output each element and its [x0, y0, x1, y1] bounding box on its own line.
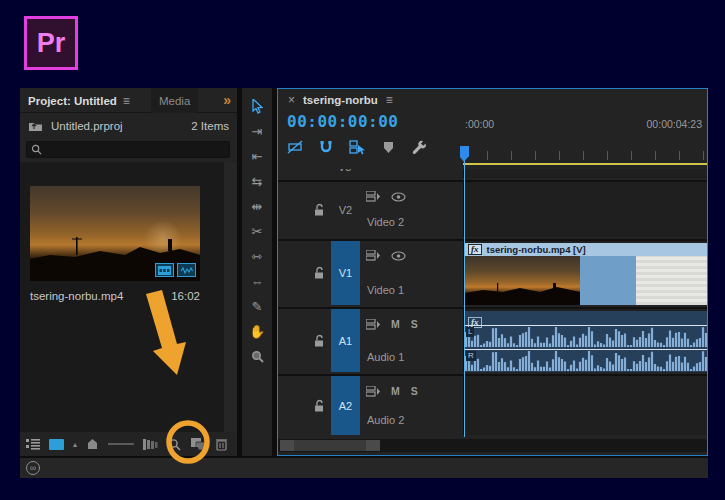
project-search-box[interactable]: [26, 141, 230, 158]
solo-track-button[interactable]: S: [411, 385, 418, 397]
fx-badge[interactable]: fx: [468, 244, 482, 255]
icon-view-button[interactable]: [49, 439, 64, 450]
project-breadcrumb-row: Untitled.prproj 2 Items: [20, 114, 237, 138]
track-lock-icon[interactable]: [314, 267, 325, 280]
track-v3-label: V3: [338, 169, 351, 173]
ripple-edit-tool[interactable]: ⇤: [248, 148, 266, 164]
timeline-display-settings-button[interactable]: [410, 139, 428, 155]
solo-track-button[interactable]: S: [411, 318, 418, 330]
slide-tool[interactable]: ⇔: [248, 273, 266, 289]
tab-project-untitled[interactable]: Project: Untitled ≡: [20, 88, 138, 113]
track-content-v3: [463, 169, 707, 178]
track-content-v1[interactable]: fx tsering-norbu.mp4 [V]: [463, 241, 707, 305]
track-row-v2: V2 Video 2: [278, 180, 707, 237]
track-head-v3: V3: [278, 169, 461, 178]
toggle-track-output-eye-icon[interactable]: [391, 192, 406, 202]
timeline-timecode[interactable]: 00:00:00:00: [287, 112, 398, 131]
linked-selection-toggle[interactable]: [348, 139, 366, 155]
add-marker-button[interactable]: [379, 139, 397, 155]
list-view-button[interactable]: [26, 438, 40, 450]
pen-icon: ✎: [252, 300, 263, 313]
source-patch-v1[interactable]: V1: [331, 241, 360, 305]
track-content-a2[interactable]: [463, 376, 707, 435]
scrollbar-thumb-right-cap[interactable]: [366, 440, 380, 451]
source-patch-v2[interactable]: V2: [331, 182, 360, 237]
mute-track-button[interactable]: M: [391, 385, 400, 397]
ruler-end-label: 00:00:04:23: [647, 118, 702, 130]
hand-tool[interactable]: ✋: [248, 323, 266, 339]
mute-track-button[interactable]: M: [391, 318, 400, 330]
track-name[interactable]: Video 2: [367, 216, 404, 228]
video-clip[interactable]: fx tsering-norbu.mp4 [V]: [465, 243, 707, 305]
timeline-scrollbar-thumb[interactable]: [280, 440, 380, 451]
slip-tool[interactable]: ⇿: [248, 248, 266, 264]
track-id-label: A2: [339, 400, 352, 412]
timeline-ruler[interactable]: [463, 151, 707, 160]
track-content-a1[interactable]: fx L R: [463, 309, 707, 372]
audio-clip[interactable]: fx L R: [465, 311, 707, 372]
premiere-pro-logo-text: Pr: [37, 28, 66, 59]
work-area-bar[interactable]: [463, 163, 707, 165]
track-content-v2[interactable]: [463, 182, 707, 237]
track-head-a2: A2 M S Audio 2: [278, 376, 461, 435]
delete-trash-button[interactable]: [215, 437, 228, 451]
close-tab-icon[interactable]: ×: [288, 93, 295, 107]
track-row-a1: A1 M S Audio 1 fx L: [278, 307, 707, 372]
timeline-panel-menu-icon[interactable]: ≡: [386, 93, 393, 107]
source-patch-a1[interactable]: A1: [331, 309, 360, 372]
panel-menu-icon[interactable]: ≡: [123, 94, 130, 108]
search-icon: [31, 144, 42, 155]
track-name[interactable]: Audio 1: [367, 351, 404, 363]
track-id-label: A1: [339, 335, 352, 347]
slide-icon: ⇔: [251, 275, 264, 288]
zoom-slider-handle[interactable]: [86, 438, 99, 450]
navigate-up-folder-icon[interactable]: [28, 120, 43, 132]
selection-tool[interactable]: [248, 98, 266, 114]
nest-sequences-toggle[interactable]: [286, 139, 304, 155]
filmstrip-frames-icon[interactable]: [143, 439, 159, 450]
rate-stretch-tool[interactable]: ⇹: [248, 198, 266, 214]
toggle-track-output-eye-icon[interactable]: [391, 251, 406, 261]
timeline-horizontal-scrollbar[interactable]: [278, 439, 707, 452]
video-clip-header: fx tsering-norbu.mp4 [V]: [465, 243, 707, 256]
timeline-toolbar: [286, 139, 428, 155]
playhead-handle[interactable]: [460, 146, 469, 157]
track-name[interactable]: Audio 2: [367, 414, 404, 426]
timeline-tab-label: tsering-norbu: [303, 94, 378, 106]
track-row-v3-partial: V3: [278, 169, 707, 178]
snap-toggle[interactable]: [317, 139, 335, 155]
scrollbar-thumb-left-cap[interactable]: [280, 440, 294, 451]
project-scrollbar[interactable]: [224, 162, 237, 432]
zoom-out-triangle-icon[interactable]: ▴: [73, 440, 77, 449]
tab-media[interactable]: Media: [151, 88, 198, 113]
tab-project-label: Project: Untitled: [28, 95, 117, 107]
sync-lock-icon[interactable]: [366, 386, 380, 397]
video-clip-label: tsering-norbu.mp4 [V]: [487, 244, 586, 255]
source-patch-a2[interactable]: A2: [331, 376, 360, 435]
pen-tool[interactable]: ✎: [248, 298, 266, 314]
clip-thumbnail[interactable]: [30, 186, 200, 281]
rolling-edit-tool[interactable]: ⇆: [248, 173, 266, 189]
left-waveform: [465, 326, 707, 347]
clip-item-row[interactable]: tsering-norbu.mp4 16:02: [30, 290, 200, 302]
zoom-slider-track[interactable]: [108, 443, 134, 445]
find-button[interactable]: [168, 438, 181, 451]
zoom-tool[interactable]: [248, 348, 266, 364]
sync-lock-icon[interactable]: [366, 250, 380, 261]
ruler-start-label: :00:00: [465, 118, 494, 130]
timeline-tab[interactable]: × tsering-norbu ≡: [278, 89, 403, 111]
panel-overflow-chevron-icon[interactable]: »: [223, 92, 231, 108]
sync-lock-icon[interactable]: [366, 319, 380, 330]
track-lock-icon[interactable]: [314, 399, 325, 412]
timeline-panel: × tsering-norbu ≡ 00:00:00:00: [277, 88, 708, 456]
screenshot-stage: Pr Project: Untitled ≡ Media » Untitle: [0, 0, 725, 500]
razor-tool[interactable]: ✂: [248, 223, 266, 239]
sync-lock-icon[interactable]: [366, 191, 380, 202]
track-select-forward-tool[interactable]: ⇥: [248, 123, 266, 139]
track-name[interactable]: Video 1: [367, 284, 404, 296]
audio-right-channel: R: [465, 349, 707, 371]
clip-frame-bright: [636, 256, 707, 305]
track-lock-icon[interactable]: [314, 203, 325, 216]
track-lock-icon[interactable]: [314, 334, 325, 347]
new-item-button[interactable]: [190, 437, 206, 451]
